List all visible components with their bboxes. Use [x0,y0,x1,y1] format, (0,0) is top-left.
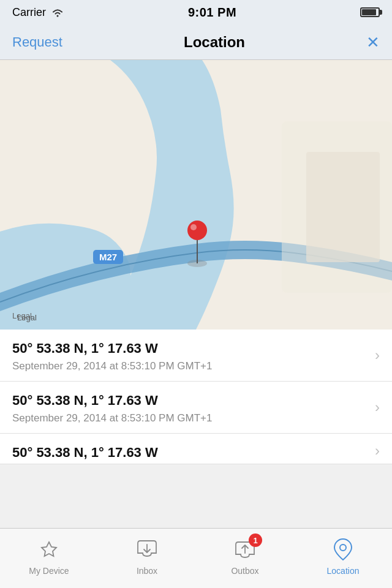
battery-icon [360,7,380,17]
nav-bar: Request Location ✕ [0,24,392,60]
road-label: M27 [93,250,123,264]
svg-rect-3 [306,152,380,262]
map-container[interactable]: M27 Legal M27 Legal [0,60,392,330]
request-button[interactable]: Request [12,34,62,50]
location-coords-1: 50° 53.38 N, 1° 17.63 W [12,341,380,356]
location-date-1: September 29, 2014 at 8:53:10 PM GMT+1 [12,360,380,372]
legal-label: Legal [12,311,32,320]
wifi-icon [51,7,64,17]
location-coords-2: 50° 53.38 N, 1° 17.63 W [12,393,380,409]
svg-point-0 [57,15,59,17]
location-icon [330,536,356,563]
location-item-1[interactable]: 50° 53.38 N, 1° 17.63 W September 29, 20… [0,330,392,382]
status-right [360,7,380,17]
tab-outbox[interactable]: 1 Outbox [196,536,294,576]
svg-point-9 [187,221,207,240]
location-item-2[interactable]: 50° 53.38 N, 1° 17.63 W September 29, 20… [0,382,392,434]
inbox-icon [134,536,160,563]
close-button[interactable]: ✕ [366,34,380,50]
location-coords-3: 50° 53.38 N, 1° 17.63 W [12,445,158,460]
location-item-3-partial[interactable]: 50° 53.38 N, 1° 17.63 W [0,434,392,464]
location-list: 50° 53.38 N, 1° 17.63 W September 29, 20… [0,330,392,464]
page-title: Location [184,34,245,51]
outbox-badge: 1 [249,533,262,547]
status-bar: Carrier 9:01 PM [0,0,392,24]
svg-point-14 [340,545,346,551]
svg-marker-11 [42,542,56,556]
tab-outbox-label: Outbox [231,566,258,576]
carrier-label: Carrier [12,6,46,19]
tab-inbox-label: Inbox [137,566,157,576]
tab-my-device-label: My Device [29,566,69,576]
tab-location[interactable]: Location [294,536,392,576]
outbox-icon: 1 [232,536,258,563]
status-left: Carrier [12,6,64,19]
map-svg: M27 Legal [0,60,392,330]
status-time: 9:01 PM [188,6,236,20]
tab-bar: My Device Inbox 1 Outbox [0,528,392,588]
tab-my-device[interactable]: My Device [0,536,98,576]
tab-inbox[interactable]: Inbox [98,536,196,576]
tab-location-label: Location [327,566,360,576]
svg-point-10 [190,224,197,230]
my-device-icon [36,536,62,563]
location-date-2: September 29, 2014 at 8:53:10 PM GMT+1 [12,412,380,424]
